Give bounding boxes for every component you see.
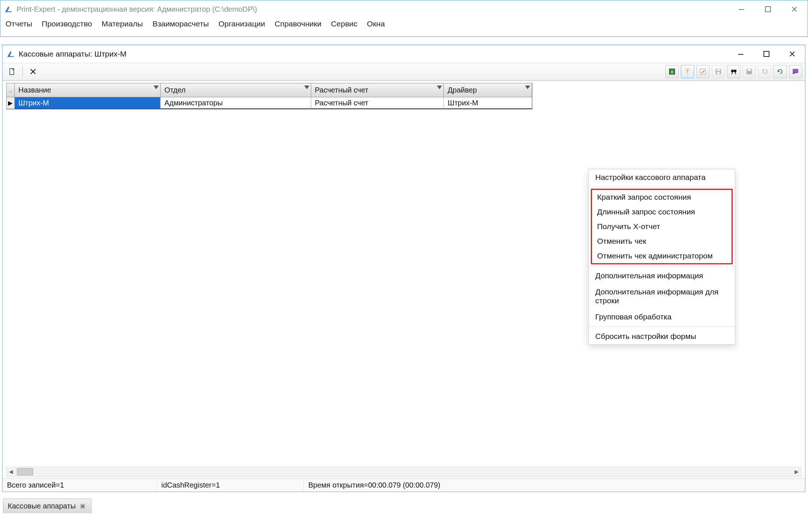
menu-materials[interactable]: Материалы	[102, 19, 143, 28]
filter-dropdown-icon[interactable]	[154, 86, 159, 89]
export-excel-button[interactable]: X	[665, 65, 679, 78]
main-menu-bar: Отчеты Производство Материалы Взаиморасч…	[0, 18, 808, 31]
gap	[0, 492, 808, 496]
context-menu: Настройки кассового аппарата Краткий зап…	[588, 169, 735, 345]
svg-rect-10	[717, 72, 719, 74]
ctx-batch[interactable]: Групповая обработка	[589, 309, 735, 325]
main-window-title: Print-Expert - демонстрационная версия: …	[17, 5, 728, 14]
child-titlebar[interactable]: Кассовые аппараты: Штрих-М	[3, 45, 805, 63]
new-record-button[interactable]	[6, 65, 19, 78]
svg-point-12	[734, 70, 736, 72]
menu-separator	[589, 326, 735, 327]
main-close-button[interactable]	[781, 0, 808, 18]
horizontal-scrollbar[interactable]: ◄ ►	[6, 467, 801, 477]
column-dept-label: Отдел	[164, 86, 186, 94]
ctx-short-status[interactable]: Краткий запрос состояния	[592, 190, 732, 205]
ctx-extra-info-row[interactable]: Дополнительная информация для строки	[589, 284, 735, 309]
menu-production[interactable]: Производство	[42, 19, 92, 28]
actions-menu-button[interactable]	[681, 65, 694, 78]
menu-organizations[interactable]: Организации	[218, 19, 265, 28]
app-icon	[6, 50, 15, 58]
main-maximize-button[interactable]	[755, 0, 781, 18]
child-minimize-button[interactable]	[728, 45, 754, 63]
column-name-label: Название	[18, 86, 51, 94]
mdi-tab-label: Кассовые аппараты	[8, 502, 76, 510]
cell-driver[interactable]: Штрих-М	[444, 97, 532, 109]
blank-area	[0, 513, 808, 532]
column-dept-header[interactable]: Отдел	[161, 83, 311, 97]
save-all-button[interactable]	[743, 65, 756, 78]
svg-rect-13	[733, 70, 734, 71]
menu-reports[interactable]: Отчеты	[6, 19, 32, 28]
ctx-cancel-check-admin[interactable]: Отменить чек администратором	[592, 249, 732, 263]
column-driver-label: Драйвер	[448, 86, 477, 94]
cash-registers-grid[interactable]: .. Название Отдел Расчетный счет Драйвер…	[6, 83, 532, 109]
help-button[interactable]	[789, 65, 802, 78]
refresh-button[interactable]	[773, 65, 787, 78]
menu-service[interactable]: Сервис	[331, 19, 358, 28]
row-indicator-icon: ▶	[7, 97, 15, 109]
menu-separator	[589, 266, 735, 266]
ctx-x-report[interactable]: Получить X-отчет	[592, 219, 732, 234]
status-open: Время открытия=00:00.079 (00:00.079)	[304, 479, 805, 492]
mdi-tab-bar: Кассовые аппараты	[0, 496, 808, 513]
delete-record-button[interactable]	[26, 65, 40, 78]
mdi-tab-cash-registers[interactable]: Кассовые аппараты	[3, 499, 91, 513]
column-name-header[interactable]: Название	[15, 83, 161, 97]
cell-acct[interactable]: Расчетный счет	[311, 97, 444, 109]
edit-button[interactable]	[696, 65, 710, 78]
toolbar-separator	[22, 66, 23, 77]
svg-text:X: X	[671, 70, 674, 74]
filter-dropdown-icon[interactable]	[437, 86, 442, 89]
child-status-bar: Всего записей=1 idCashRegister=1 Время о…	[3, 478, 805, 492]
app-icon	[4, 5, 13, 14]
table-row[interactable]: ▶ Штрих-М Администраторы Расчетный счет …	[7, 97, 532, 109]
cell-dept[interactable]: Администраторы	[161, 97, 311, 109]
menu-references[interactable]: Справочники	[274, 19, 321, 28]
svg-point-11	[731, 70, 734, 72]
main-minimize-button[interactable]	[728, 0, 755, 18]
column-acct-label: Расчетный счет	[315, 86, 369, 94]
ctx-reset-form[interactable]: Сбросить настройки формы	[589, 328, 735, 344]
menu-separator	[589, 187, 735, 187]
svg-rect-3	[764, 51, 769, 57]
svg-rect-16	[793, 69, 798, 72]
ctx-highlight-group: Краткий запрос состояния Длинный запрос …	[591, 189, 733, 264]
main-titlebar[interactable]: Print-Expert - демонстрационная версия: …	[0, 0, 808, 18]
scroll-right-icon[interactable]: ►	[792, 468, 801, 476]
ctx-cancel-check[interactable]: Отменить чек	[592, 234, 732, 249]
status-total: Всего записей=1	[3, 479, 157, 492]
undo-button[interactable]	[758, 65, 771, 78]
svg-rect-1	[765, 7, 771, 12]
child-maximize-button[interactable]	[754, 45, 779, 63]
svg-rect-2	[738, 54, 743, 55]
main-window: Print-Expert - демонстрационная версия: …	[0, 0, 808, 37]
svg-rect-0	[739, 9, 744, 10]
ctx-extra-info[interactable]: Дополнительная информация	[589, 268, 735, 284]
obscured-breadcrumb	[0, 37, 808, 45]
filter-dropdown-icon[interactable]	[304, 86, 309, 89]
child-toolbar: X	[3, 63, 805, 80]
find-button[interactable]	[727, 65, 740, 78]
cell-name[interactable]: Штрих-М	[15, 97, 161, 109]
save-button[interactable]	[712, 65, 725, 78]
scroll-left-icon[interactable]: ◄	[7, 468, 15, 476]
scroll-thumb[interactable]	[17, 468, 33, 475]
grid-area: .. Название Отдел Расчетный счет Драйвер…	[3, 80, 805, 478]
svg-rect-9	[717, 69, 720, 71]
column-driver-header[interactable]: Драйвер	[444, 83, 532, 97]
ctx-settings[interactable]: Настройки кассового аппарата	[589, 169, 735, 185]
child-close-button[interactable]	[779, 45, 805, 63]
svg-rect-15	[747, 69, 751, 71]
ctx-long-status[interactable]: Длинный запрос состояния	[592, 205, 732, 219]
filter-dropdown-icon[interactable]	[525, 86, 530, 89]
row-marker-header[interactable]: ..	[7, 83, 15, 97]
status-idreg: idCashRegister=1	[157, 479, 304, 492]
grid-header: .. Название Отдел Расчетный счет Драйвер	[7, 83, 532, 97]
cash-registers-window: Кассовые аппараты: Штрих-М	[2, 45, 805, 492]
child-window-title: Кассовые аппараты: Штрих-М	[19, 50, 728, 58]
menu-settlements[interactable]: Взаиморасчеты	[152, 19, 209, 28]
menu-windows[interactable]: Окна	[367, 19, 385, 28]
column-acct-header[interactable]: Расчетный счет	[311, 83, 444, 97]
tab-close-button[interactable]	[79, 502, 87, 510]
